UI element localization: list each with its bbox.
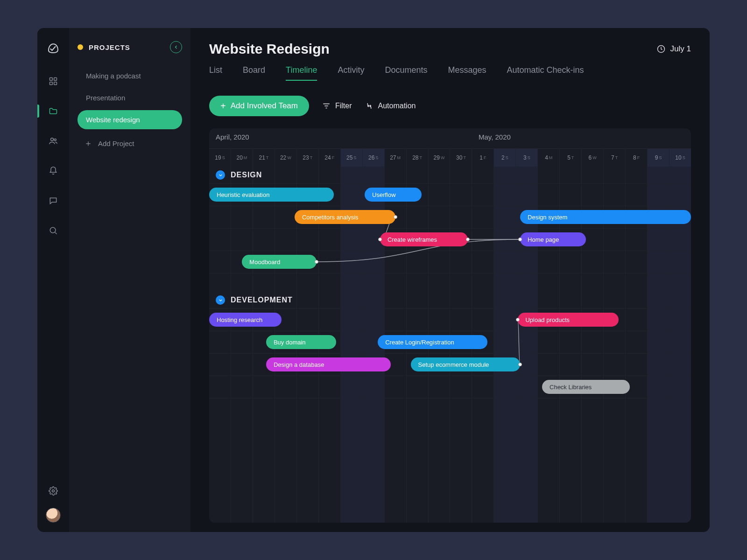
- sidebar-item[interactable]: Website redesign: [78, 110, 182, 129]
- folder-icon: [49, 106, 58, 116]
- day-header-cell[interactable]: 3S: [515, 149, 537, 167]
- timeline-bar[interactable]: Design a database: [266, 357, 391, 371]
- timeline-bar[interactable]: Home page: [520, 232, 586, 246]
- svg-point-7: [52, 490, 55, 492]
- timeline-bar[interactable]: Competitors analysis: [295, 210, 395, 224]
- day-header-cell[interactable]: 2S: [493, 149, 515, 167]
- nav-rail: [37, 28, 69, 532]
- timeline-tracks[interactable]: DESIGNHeuristic evaluationUserflowCompet…: [209, 167, 691, 523]
- rail-projects[interactable]: [37, 101, 69, 121]
- timeline-bar[interactable]: Userflow: [365, 188, 422, 202]
- tab[interactable]: Activity: [338, 65, 364, 81]
- sidebar-item[interactable]: Making a podcast: [78, 66, 182, 85]
- day-header-cell[interactable]: 20M: [231, 149, 253, 167]
- group-title: DESIGN: [231, 171, 262, 179]
- day-header-cell[interactable]: 21T: [253, 149, 275, 167]
- connector-dot: [394, 215, 397, 219]
- day-header-cell[interactable]: 19S: [209, 149, 231, 167]
- day-header-cell[interactable]: 10S: [669, 149, 691, 167]
- plus-icon: ＋: [84, 138, 92, 149]
- day-header-cell[interactable]: 24F: [318, 149, 340, 167]
- tab[interactable]: Timeline: [286, 65, 317, 81]
- rail-messages[interactable]: [37, 190, 69, 211]
- day-header-cell[interactable]: 9S: [647, 149, 669, 167]
- current-date[interactable]: July 1: [656, 44, 691, 54]
- tab[interactable]: Messages: [448, 65, 486, 81]
- projects-sidebar: PROJECTS Making a podcastPresentationWeb…: [69, 28, 190, 532]
- day-header-cell[interactable]: 1F: [472, 149, 493, 167]
- group-header[interactable]: DEVELOPMENT: [216, 295, 293, 305]
- tab[interactable]: Board: [243, 65, 265, 81]
- day-header-cell[interactable]: 28T: [406, 149, 428, 167]
- collapse-sidebar-button[interactable]: [170, 41, 182, 53]
- group-header[interactable]: DESIGN: [216, 170, 262, 180]
- timeline-bar[interactable]: Buy domain: [266, 335, 336, 349]
- svg-point-4: [51, 138, 54, 141]
- day-header-cell[interactable]: 29W: [428, 149, 450, 167]
- timeline-bar[interactable]: Design system: [520, 210, 691, 224]
- rail-dashboard[interactable]: [37, 71, 69, 91]
- day-header-cell[interactable]: 30T: [450, 149, 472, 167]
- people-icon: [49, 136, 58, 146]
- grid-icon: [49, 77, 58, 86]
- svg-rect-0: [50, 78, 53, 81]
- status-dot-icon: [78, 44, 83, 50]
- chevron-down-icon: [216, 170, 225, 180]
- rail-people[interactable]: [37, 131, 69, 151]
- project-list: Making a podcastPresentationWebsite rede…: [78, 66, 182, 129]
- connector-dot: [518, 363, 522, 366]
- svg-rect-2: [50, 82, 53, 85]
- clock-icon: [656, 44, 666, 54]
- timeline-bar[interactable]: Moodboard: [242, 255, 316, 269]
- day-header-cell[interactable]: 27M: [384, 149, 406, 167]
- day-header-cell[interactable]: 5T: [559, 149, 581, 167]
- automation-label: Automation: [378, 102, 416, 110]
- filter-label: Filter: [335, 102, 352, 110]
- day-header-cell[interactable]: 7T: [603, 149, 625, 167]
- day-header-row: 19S20M21T22W23T24F25S26S27M28T29W30T1F2S…: [209, 149, 691, 167]
- svg-rect-3: [54, 82, 57, 85]
- timeline-bar[interactable]: Hosting research: [209, 313, 282, 327]
- day-header-cell[interactable]: 22W: [275, 149, 296, 167]
- timeline-view: April, 2020May, 2020 19S20M21T22W23T24F2…: [209, 128, 691, 523]
- day-header-cell[interactable]: 23T: [296, 149, 318, 167]
- timeline-bar[interactable]: Create Login/Registration: [378, 335, 487, 349]
- group-title: DEVELOPMENT: [231, 296, 293, 304]
- bell-icon: [49, 166, 58, 175]
- svg-rect-1: [54, 78, 57, 81]
- tab[interactable]: Automatic Check-ins: [507, 65, 584, 81]
- day-header-cell[interactable]: 26S: [362, 149, 384, 167]
- timeline-bar[interactable]: Create wireframes: [380, 232, 468, 246]
- tab[interactable]: Documents: [385, 65, 427, 81]
- add-team-button[interactable]: + Add Involved Team: [209, 96, 309, 116]
- chevron-left-icon: [173, 44, 179, 50]
- rail-search[interactable]: [37, 220, 69, 241]
- month-label: May, 2020: [472, 133, 511, 141]
- app-window: PROJECTS Making a podcastPresentationWeb…: [37, 28, 710, 532]
- timeline-bar[interactable]: Check Libraries: [542, 380, 630, 394]
- add-project-button[interactable]: ＋ Add Project: [78, 132, 182, 154]
- gear-icon: [49, 486, 58, 496]
- tab[interactable]: List: [209, 65, 222, 81]
- filter-button[interactable]: Filter: [322, 102, 352, 110]
- main-panel: Website Redesign July 1 ListBoardTimelin…: [190, 28, 710, 532]
- rail-settings[interactable]: [37, 481, 69, 501]
- rail-notifications[interactable]: [37, 161, 69, 181]
- user-avatar[interactable]: [46, 508, 61, 523]
- view-tabs: ListBoardTimelineActivityDocumentsMessag…: [209, 65, 691, 81]
- day-header-cell[interactable]: 4M: [537, 149, 559, 167]
- timeline-bar[interactable]: Heuristic evaluation: [209, 188, 334, 202]
- page-title: Website Redesign: [209, 41, 656, 57]
- automation-button[interactable]: Automation: [365, 102, 416, 110]
- automation-icon: [365, 102, 374, 110]
- day-header-cell[interactable]: 25S: [340, 149, 362, 167]
- timeline-bar[interactable]: Setup ecommerce module: [411, 357, 521, 371]
- timeline-bar[interactable]: Upload products: [518, 313, 619, 327]
- plus-icon: +: [220, 101, 226, 111]
- connector-dot: [315, 260, 318, 264]
- sidebar-item[interactable]: Presentation: [78, 88, 182, 107]
- day-header-cell[interactable]: 8F: [625, 149, 647, 167]
- svg-point-6: [50, 227, 56, 233]
- connector-dot: [378, 238, 382, 241]
- day-header-cell[interactable]: 6W: [581, 149, 603, 167]
